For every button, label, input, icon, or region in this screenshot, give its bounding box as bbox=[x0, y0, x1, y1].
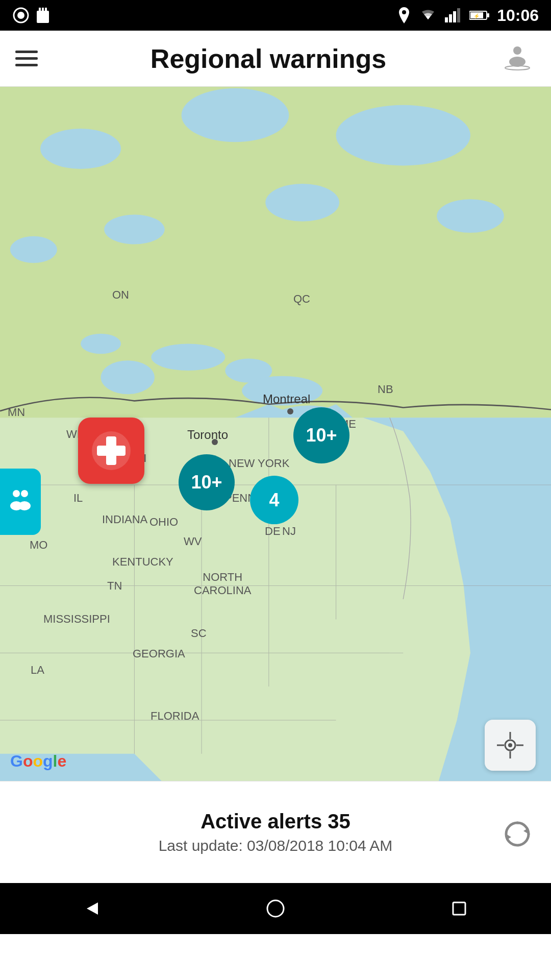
google-logo: G o o g l e bbox=[10, 752, 66, 771]
cluster-newyork[interactable]: 10+ bbox=[179, 454, 235, 510]
location-icon bbox=[397, 6, 411, 24]
status-right-icons: ⚡ 10:06 bbox=[397, 6, 539, 25]
sd-card-icon bbox=[36, 7, 50, 24]
cross-icon bbox=[91, 430, 132, 471]
svg-point-27 bbox=[336, 105, 470, 166]
person-location-button[interactable] bbox=[499, 40, 536, 77]
active-alerts-label: Active alerts 35 bbox=[201, 810, 350, 833]
back-icon bbox=[82, 898, 102, 919]
svg-text:⚡: ⚡ bbox=[473, 13, 480, 19]
page-title: Regional warnings bbox=[151, 43, 386, 74]
svg-point-43 bbox=[13, 490, 20, 497]
person-location-icon bbox=[502, 43, 533, 74]
recent-button[interactable] bbox=[444, 893, 474, 924]
svg-point-15 bbox=[513, 46, 521, 55]
back-button[interactable] bbox=[77, 893, 107, 924]
home-button[interactable] bbox=[260, 893, 291, 924]
svg-point-25 bbox=[40, 129, 121, 169]
info-bar: Active alerts 35 Last update: 03/08/2018… bbox=[0, 781, 551, 883]
people-icon bbox=[8, 486, 33, 517]
home-icon bbox=[265, 898, 286, 919]
status-bar: ⚡ 10:06 bbox=[0, 0, 551, 31]
people-button[interactable] bbox=[0, 469, 41, 535]
svg-point-19 bbox=[101, 360, 155, 394]
battery-icon: ⚡ bbox=[469, 10, 490, 21]
cluster-montreal[interactable]: 10+ bbox=[293, 407, 349, 463]
svg-point-46 bbox=[18, 501, 31, 510]
svg-rect-42 bbox=[97, 446, 126, 456]
svg-point-31 bbox=[265, 184, 339, 222]
svg-rect-5 bbox=[45, 8, 47, 13]
svg-rect-12 bbox=[487, 13, 489, 17]
crosshair-icon bbox=[496, 731, 524, 760]
svg-rect-10 bbox=[457, 8, 460, 22]
svg-point-56 bbox=[267, 900, 284, 917]
wifi-icon bbox=[418, 8, 438, 22]
svg-point-20 bbox=[151, 344, 225, 371]
map-container: ON QC NB ME Montreal Toronto NEW YORK MN… bbox=[0, 87, 551, 883]
montreal-dot bbox=[287, 408, 293, 414]
svg-rect-7 bbox=[445, 17, 448, 22]
svg-rect-9 bbox=[453, 11, 456, 22]
cluster-ct[interactable]: 4 bbox=[250, 476, 298, 524]
refresh-button[interactable] bbox=[499, 816, 536, 852]
svg-point-29 bbox=[10, 236, 57, 263]
svg-point-26 bbox=[182, 88, 289, 142]
circle-icon bbox=[12, 7, 30, 24]
location-button[interactable] bbox=[485, 720, 536, 771]
svg-point-1 bbox=[17, 12, 24, 19]
status-left-icons bbox=[12, 7, 50, 24]
toronto-dot bbox=[212, 439, 218, 445]
red-cross-button[interactable] bbox=[78, 418, 144, 484]
svg-marker-55 bbox=[87, 902, 98, 915]
signal-icon bbox=[445, 8, 462, 22]
menu-button[interactable] bbox=[15, 51, 38, 66]
svg-point-44 bbox=[21, 490, 28, 497]
svg-rect-4 bbox=[42, 8, 44, 13]
app-bar: Regional warnings bbox=[0, 31, 551, 87]
svg-point-30 bbox=[104, 215, 165, 244]
status-time: 10:06 bbox=[497, 6, 539, 25]
svg-rect-8 bbox=[449, 14, 452, 22]
svg-point-28 bbox=[437, 199, 504, 233]
nav-bar bbox=[0, 883, 551, 934]
svg-point-48 bbox=[508, 743, 512, 747]
last-update-label: Last update: 03/08/2018 10:04 AM bbox=[159, 837, 393, 854]
refresh-icon bbox=[502, 819, 533, 849]
svg-rect-3 bbox=[39, 8, 41, 13]
recent-icon bbox=[449, 898, 469, 919]
svg-point-22 bbox=[81, 334, 121, 354]
svg-point-6 bbox=[402, 10, 406, 14]
svg-rect-57 bbox=[453, 902, 465, 915]
